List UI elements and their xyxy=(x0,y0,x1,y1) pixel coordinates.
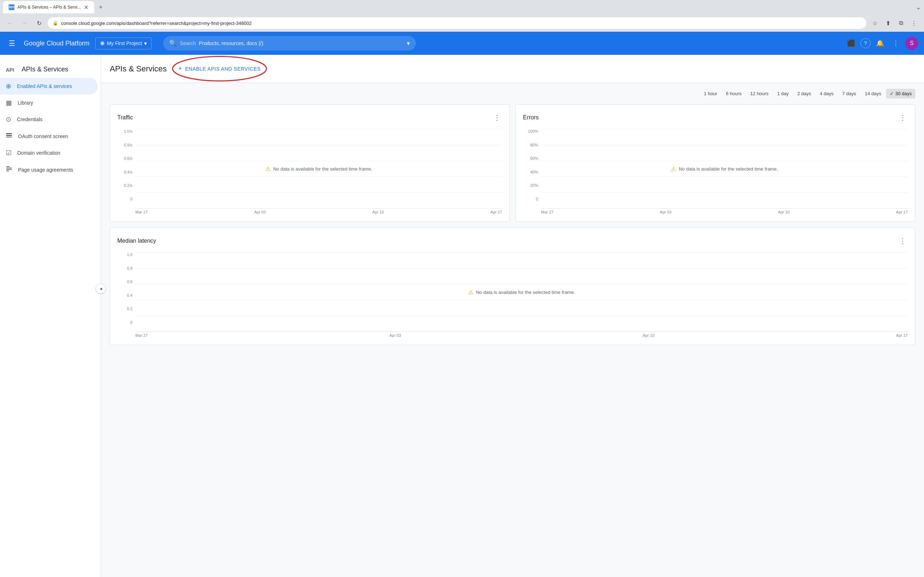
errors-chart-area: 100% 80% 60% 40% 20% 0 ⚠ xyxy=(523,129,908,208)
latency-chart: Median latency ⋮ 1.0 0.8 0.6 0.4 0.2 0 xyxy=(110,227,915,345)
svg-rect-2 xyxy=(6,135,12,136)
svg-rect-6 xyxy=(6,169,12,170)
new-tab-button[interactable]: + xyxy=(96,2,106,12)
domain-icon: ☑ xyxy=(6,149,11,157)
forward-button[interactable]: → xyxy=(19,17,30,29)
latency-menu-icon[interactable]: ⋮ xyxy=(898,235,908,247)
time-checkmark: ✓ xyxy=(890,91,894,96)
sidebar-item-oauth[interactable]: OAuth consent screen xyxy=(0,128,98,145)
back-button[interactable]: ← xyxy=(4,17,16,29)
time-1day[interactable]: 1 day xyxy=(774,89,792,98)
sidebar-item-credentials[interactable]: ⊙ Credentials xyxy=(0,111,98,128)
sidebar-item-domain[interactable]: ☑ Domain verification xyxy=(0,145,98,161)
latency-warning-icon: ⚠ xyxy=(468,288,473,295)
split-screen-icon[interactable]: ⧉ xyxy=(895,17,907,29)
svg-rect-3 xyxy=(6,137,12,137)
gcp-logo: Google Cloud Platform xyxy=(24,40,89,47)
errors-chart-body: ⚠ No data is available for the selected … xyxy=(541,129,908,208)
sidebar-item-enabled[interactable]: ⊕ Enabled APIs & services xyxy=(0,78,98,95)
terminal-icon[interactable]: ⬛ xyxy=(845,37,858,50)
time-12hours[interactable]: 12 hours xyxy=(747,89,772,98)
minimize-icon[interactable]: ⌄ xyxy=(916,3,921,11)
errors-menu-icon[interactable]: ⋮ xyxy=(898,112,908,123)
latency-chart-area: 1.0 0.8 0.6 0.4 0.2 0 ⚠ No data is avail… xyxy=(117,253,908,332)
search-placeholder: Products, resources, docs (/) xyxy=(199,40,404,46)
latency-y-axis: 1.0 0.8 0.6 0.4 0.2 0 xyxy=(117,253,135,332)
oauth-icon xyxy=(6,132,12,140)
tab-title: APIs & Services – APIs & Servi... xyxy=(17,5,81,10)
url-text: console.cloud.google.com/apis/dashboard?… xyxy=(61,21,861,26)
collapse-icon: ◂ xyxy=(100,285,102,292)
sidebar-label-oauth: OAuth consent screen xyxy=(18,134,68,139)
options-icon[interactable]: ⋮ xyxy=(889,37,902,50)
user-avatar[interactable]: S xyxy=(905,37,918,50)
time-14days[interactable]: 14 days xyxy=(861,89,885,98)
time-6hours[interactable]: 6 hours xyxy=(722,89,745,98)
browser-menu-icon[interactable]: ⋮ xyxy=(908,17,920,29)
project-name: My First Project xyxy=(107,40,142,46)
page-title: APIs & Services xyxy=(110,64,167,74)
bookmark-icon[interactable]: ☆ xyxy=(869,17,881,29)
sidebar: API APIs & Services ⊕ Enabled APIs & ser… xyxy=(0,55,101,577)
project-icon: ❋ xyxy=(100,40,105,47)
sidebar-item-library[interactable]: ▦ Library xyxy=(0,95,98,111)
time-30days-label: 30 days xyxy=(895,91,912,96)
time-30days[interactable]: ✓ 30 days xyxy=(886,89,915,98)
errors-warning-icon: ⚠ xyxy=(671,165,676,172)
project-dropdown-icon: ▾ xyxy=(144,40,147,47)
project-selector[interactable]: ❋ My First Project ▾ xyxy=(95,37,152,49)
top-navigation: ☰ Google Cloud Platform ❋ My First Proje… xyxy=(0,32,924,55)
traffic-chart-body: ⚠ No data is available for the selected … xyxy=(135,129,502,208)
screenshot-icon[interactable]: ⬆ xyxy=(882,17,894,29)
api-icon: API xyxy=(6,63,17,75)
search-dropdown-icon[interactable]: ▾ xyxy=(407,39,410,47)
search-icon: 🔍 xyxy=(169,39,177,47)
sidebar-title: APIs & Services xyxy=(22,66,68,73)
sidebar-label-library: Library xyxy=(18,100,33,106)
notifications-icon[interactable]: 🔔 xyxy=(874,37,887,50)
search-label: Search xyxy=(180,40,195,46)
traffic-chart: Traffic ⋮ 1.0/s 0.8/s 0.6/s 0.4/s 0.2/s … xyxy=(110,104,510,222)
svg-rect-5 xyxy=(6,168,12,168)
errors-x-axis: Mar 27 Apr 03 Apr 10 Apr 17 xyxy=(523,208,908,214)
enable-plus-icon: + xyxy=(178,65,182,73)
traffic-x-axis: Mar 27 Apr 03 Apr 10 Apr 17 xyxy=(117,208,502,214)
errors-no-data-text: No data is available for the selected ti… xyxy=(679,166,778,171)
sidebar-label-credentials: Credentials xyxy=(17,116,43,122)
tab-close-btn[interactable]: ✕ xyxy=(84,4,89,11)
refresh-button[interactable]: ↻ xyxy=(33,17,45,29)
traffic-no-data-text: No data is available for the selected ti… xyxy=(273,166,373,171)
errors-no-data: ⚠ No data is available for the selected … xyxy=(671,165,778,172)
sidebar-label-page-usage: Page usage agreements xyxy=(18,167,73,173)
errors-chart: Errors ⋮ 100% 80% 60% 40% 20% 0 xyxy=(515,104,915,222)
time-4days[interactable]: 4 days xyxy=(816,89,837,98)
enabled-apis-icon: ⊕ xyxy=(6,82,11,90)
time-7days[interactable]: 7 days xyxy=(839,89,860,98)
traffic-title: Traffic xyxy=(117,114,133,121)
time-1hour[interactable]: 1 hour xyxy=(700,89,721,98)
latency-title: Median latency xyxy=(117,238,156,244)
traffic-chart-area: 1.0/s 0.8/s 0.6/s 0.4/s 0.2/s 0 xyxy=(117,129,502,208)
sidebar-collapse-button[interactable]: ◂ xyxy=(96,284,106,293)
url-bar[interactable]: 🔒 console.cloud.google.com/apis/dashboar… xyxy=(48,17,866,29)
global-search-bar[interactable]: 🔍 Search Products, resources, docs (/) ▾ xyxy=(163,36,416,50)
enable-apis-button[interactable]: + ENABLE APIS AND SERVICES xyxy=(173,62,267,76)
page-usage-icon xyxy=(6,166,12,174)
credentials-icon: ⊙ xyxy=(6,115,11,123)
traffic-menu-icon[interactable]: ⋮ xyxy=(492,112,502,123)
latency-no-data: ⚠ No data is available for the selected … xyxy=(468,288,575,295)
latency-no-data-text: No data is available for the selected ti… xyxy=(476,289,575,295)
errors-title: Errors xyxy=(523,114,539,121)
browser-tab[interactable]: RPI APIs & Services – APIs & Servi... ✕ xyxy=(3,1,94,13)
hamburger-menu[interactable]: ☰ xyxy=(6,36,18,50)
time-filter: 1 hour 6 hours 12 hours 1 day 2 days 4 d… xyxy=(101,83,924,104)
sidebar-label-domain: Domain verification xyxy=(17,150,60,156)
time-2days[interactable]: 2 days xyxy=(794,89,815,98)
help-icon[interactable]: ? xyxy=(861,38,871,48)
svg-text:API: API xyxy=(6,67,14,73)
sidebar-item-page-usage[interactable]: Page usage agreements xyxy=(0,161,98,178)
content-header: APIs & Services + ENABLE APIS AND SERVIC… xyxy=(101,55,924,83)
errors-y-axis: 100% 80% 60% 40% 20% 0 xyxy=(523,129,541,208)
sidebar-label-enabled: Enabled APIs & services xyxy=(17,83,72,89)
tab-favicon: RPI xyxy=(9,4,15,10)
